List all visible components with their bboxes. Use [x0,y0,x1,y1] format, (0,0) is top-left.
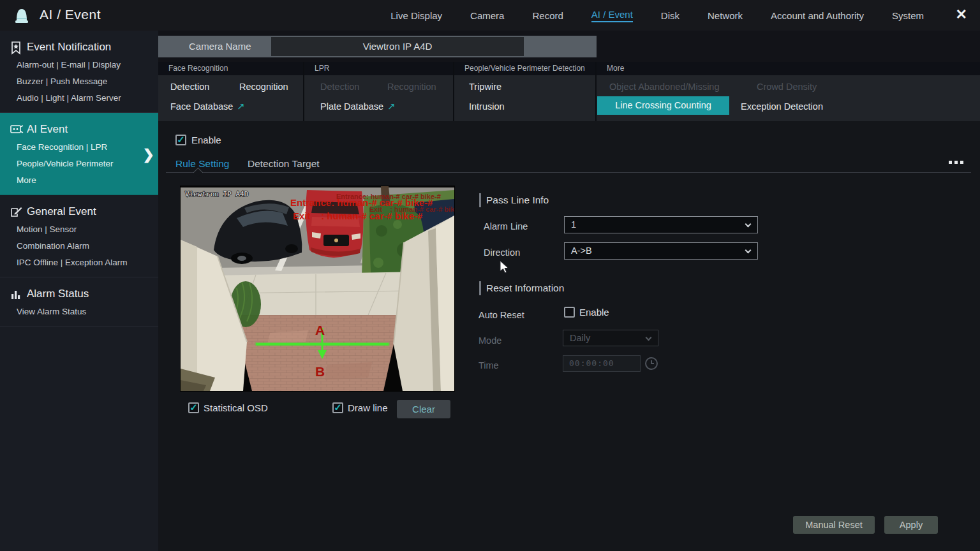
link-face-database[interactable]: Face Database↗ [170,97,245,116]
external-link-icon: ↗ [237,101,245,112]
tab-exception-detection[interactable]: Exception Detection [741,97,823,116]
sidebar-links-more[interactable]: More [17,172,158,189]
feature-grid-header: Face Recognition LPR People/Vehicle Peri… [158,62,980,75]
mode-select: Daily [563,330,658,346]
page-title: AI / Event [40,7,101,22]
group-header-face-recognition: Face Recognition [158,62,304,75]
sidebar-links-motion-sensor[interactable]: Motion | Sensor [17,221,158,238]
sidebar-links-people-vehicle-perimeter[interactable]: People/Vehicle Perimeter [17,156,158,172]
grid-separator [303,62,304,121]
enable-label: Enable [191,134,221,147]
sidebar-links-audio-light-server[interactable]: Audio | Light | Alarm Server [17,90,158,107]
sidebar-links-view-alarm-status[interactable]: View Alarm Status [17,304,158,320]
osd-camera-name: Viewtron IP A4D [185,190,248,198]
direction-label: Direction [484,246,520,259]
nav-live-display[interactable]: Live Display [390,10,442,21]
auto-reset-label: Auto Reset [479,309,524,321]
section-bar [479,193,481,207]
external-link-icon: ↗ [387,101,396,112]
sidebar-links-alarmout-email-display[interactable]: Alarm-out | E-mail | Display [17,57,158,73]
link-plate-database[interactable]: Plate Database↗ [320,97,396,116]
sidebar-links-ipc-offline-exception[interactable]: IPC Offline | Exception Alarm [17,254,158,271]
sidebar: Event Notification Alarm-out | E-mail | … [0,31,158,551]
camera-select[interactable]: Viewtron IP A4D [271,37,524,56]
check-icon: ✓ [189,402,198,412]
sidebar-title-alarm-status: Alarm Status [27,284,158,304]
nav-account-authority[interactable]: Account and Authority [771,10,864,21]
section-bar [479,281,481,295]
chevron-right-icon[interactable]: ❯ [143,147,154,163]
nav-system[interactable]: System [892,10,924,21]
tab-detection-target[interactable]: Detection Target [248,157,320,171]
tab-crowd-density: Crowd Density [757,77,817,96]
group-header-perimeter: People/Vehicle Perimeter Detection [454,62,597,75]
clear-button[interactable]: Clear [397,400,450,418]
nvr-app-window: AI / Event Live Display Camera Record AI… [0,0,980,551]
draw-line-checkbox[interactable]: ✓ [332,402,343,413]
direction-select[interactable]: A->B [564,242,758,260]
alarm-line-label: Alarm Line [484,220,528,233]
tab-lpr-recognition: Recognition [387,77,436,96]
nav-network[interactable]: Network [708,10,743,21]
nav-camera[interactable]: Camera [470,10,504,21]
nav-record[interactable]: Record [532,10,563,21]
alarm-status-icon [10,288,22,300]
alarm-line-select[interactable]: 1 [564,216,758,233]
chevron-down-icon [745,221,752,228]
auto-reset-enable-label: Enable [579,306,609,319]
sidebar-section-ai-event[interactable]: AI Event Face Recognition | LPR People/V… [0,113,158,195]
line-label-a: A [315,323,325,337]
auto-reset-enable-checkbox[interactable] [564,307,575,318]
line-label-b: B [315,364,325,379]
reset-information-header: Reset Information [486,281,564,295]
sidebar-title-ai-event: AI Event [27,120,158,139]
top-bar: AI / Event Live Display Camera Record AI… [0,0,980,31]
pass-line-info-header: Pass Line Info [486,193,549,207]
grid-separator [595,62,597,121]
chevron-down-icon [745,247,752,254]
bookmark-icon [10,41,22,55]
grid-separator [453,62,454,121]
tab-lpr-detection: Detection [320,77,359,96]
general-event-icon [10,205,23,219]
sidebar-title-event-notification: Event Notification [27,38,158,57]
sidebar-links-combination-alarm[interactable]: Combination Alarm [17,238,158,254]
sidebar-links-buzzer-push[interactable]: Buzzer | Push Message [17,73,158,90]
sidebar-title-general-event: General Event [27,202,158,221]
nav-ai-event[interactable]: AI / Event [591,9,633,22]
ai-event-icon [10,123,24,136]
draw-line-label: Draw line [348,402,388,415]
tab-intrusion[interactable]: Intrusion [469,97,505,116]
mode-label: Mode [479,334,501,347]
chevron-down-icon [646,335,652,341]
ellipsis-icon[interactable] [949,161,963,164]
tab-divider [166,172,971,173]
sidebar-section-event-notification: Event Notification Alarm-out | E-mail | … [0,31,158,113]
camera-name-label: Camera Name [189,36,251,57]
time-label: Time [479,359,499,372]
tab-face-recognition[interactable]: Recognition [239,77,288,96]
camera-bar: Camera Name Viewtron IP A4D [158,36,597,57]
enable-checkbox[interactable]: ✓ [175,135,186,145]
siren-icon [10,4,33,27]
check-icon: ✓ [177,135,185,144]
main-nav: Live Display Camera Record AI / Event Di… [390,0,924,31]
apply-button[interactable]: Apply [884,516,938,534]
statistical-osd-label: Statistical OSD [204,402,268,415]
nav-disk[interactable]: Disk [661,10,679,21]
close-icon[interactable]: ✕ [956,6,967,23]
group-header-lpr: LPR [304,62,454,75]
tab-rule-setting[interactable]: Rule Setting [175,157,229,171]
check-icon: ✓ [334,402,342,412]
manual-reset-button[interactable]: Manual Reset [793,516,875,534]
sidebar-links-face-recognition-lpr[interactable]: Face Recognition | LPR [17,139,158,156]
camera-preview[interactable]: A B Viewtron IP A4D Entrance: human-# ca… [181,186,454,391]
clock-icon [644,356,658,371]
tab-face-detection[interactable]: Detection [170,77,209,96]
group-header-more: More [597,62,980,75]
statistical-osd-checkbox[interactable]: ✓ [188,402,199,413]
tab-tripwire[interactable]: Tripwire [469,77,501,96]
time-input: 00:00:00 [563,355,641,372]
osd-entrance-count: Entrance: human-# car-# bike-# [290,197,433,208]
tab-line-crossing-counting[interactable]: Line Crossing Counting [597,96,729,115]
